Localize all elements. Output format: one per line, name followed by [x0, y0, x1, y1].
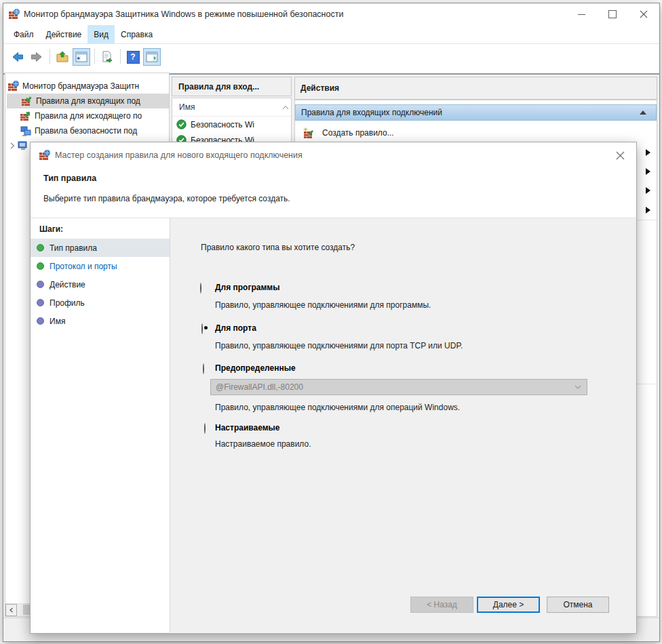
toolbar-separator	[50, 49, 50, 64]
step-rule-type: Тип правила	[31, 239, 170, 257]
radio-port[interactable]	[201, 323, 203, 334]
app-firewall-icon	[9, 9, 20, 20]
action-pane-toggle-button[interactable]	[143, 48, 161, 66]
wizard-content-pane: Правило какого типа вы хотите создать? Д…	[170, 218, 636, 632]
tree-item-inbound-rules[interactable]: Правила для входящих под	[7, 94, 169, 108]
new-rule-icon	[303, 127, 315, 139]
close-icon	[616, 151, 625, 160]
action-new-rule[interactable]: Создать правило...	[295, 123, 657, 142]
actions-title: Действия	[300, 83, 339, 93]
tree-item-label: Правила безопасности под	[35, 126, 137, 136]
export-folder-button[interactable]	[54, 48, 71, 66]
submenu-arrow-icon	[646, 168, 650, 175]
option-label[interactable]: Для порта	[215, 323, 256, 333]
help-icon: ?	[127, 51, 140, 64]
minimize-button[interactable]	[566, 3, 597, 25]
step-protocol-ports[interactable]: Протокол и порты	[31, 257, 170, 275]
export-list-button[interactable]	[98, 48, 116, 66]
window-controls	[566, 3, 659, 25]
action-label: Создать правило...	[322, 128, 394, 138]
tree-item-outbound-rules[interactable]: Правила для исходящего по	[5, 108, 169, 123]
menu-file[interactable]: Файл	[7, 25, 40, 43]
wizard-page-title: Тип правила	[43, 174, 636, 183]
window-title: Монитор брандмауэра Защитника Windows в …	[24, 9, 343, 19]
close-button[interactable]	[628, 3, 659, 25]
menu-view[interactable]: Вид	[87, 25, 115, 43]
wizard-page-subtitle: Выберите тип правила брандмауэра, которо…	[43, 194, 636, 203]
submenu-arrow-icon	[646, 207, 650, 214]
back-button[interactable]: < Назад	[410, 597, 473, 613]
close-icon	[640, 10, 648, 18]
cancel-button[interactable]: Отмена	[547, 597, 609, 613]
rules-list-title: Правила для вход...	[178, 82, 259, 92]
step-done-bullet-icon	[37, 244, 44, 251]
combobox-value: @FirewallAPI.dll,-80200	[216, 382, 575, 392]
column-header-name[interactable]: Имя	[172, 98, 291, 117]
next-button[interactable]: Далее >	[477, 597, 540, 613]
console-tree-toggle-button[interactable]	[73, 48, 90, 66]
maximize-icon	[608, 10, 617, 18]
new-inbound-rule-wizard: Мастер создания правила для нового входя…	[30, 142, 637, 634]
radio-program[interactable]	[200, 283, 201, 294]
step-pending-bullet-icon	[37, 317, 44, 325]
minimize-icon	[578, 14, 585, 15]
step-name: Имя	[31, 312, 170, 330]
step-done-bullet-icon	[37, 262, 44, 270]
toolbar: ?	[3, 43, 659, 74]
actions-section-header[interactable]: Правила для входящих подключений	[295, 104, 657, 121]
rule-row[interactable]: Безопасность Wi	[172, 117, 291, 132]
tree-item-label: Правила для исходящего по	[35, 111, 142, 121]
radio-custom[interactable]	[204, 423, 206, 434]
steps-label: Шаги:	[39, 224, 170, 234]
radio-predefined[interactable]	[203, 363, 204, 374]
collapse-icon[interactable]	[640, 110, 646, 115]
step-pending-bullet-icon	[37, 299, 44, 306]
tree-root-label: Монитор брандмауэра Защитн	[22, 81, 139, 91]
menu-help[interactable]: Справка	[115, 25, 159, 43]
submenu-arrow-icon	[646, 187, 650, 194]
actions-caption: Действия	[294, 77, 657, 100]
tree-root[interactable]: Монитор брандмауэра Защитн	[5, 79, 169, 94]
back-button[interactable]	[9, 48, 26, 66]
option-desc: Правило, управляющее подключениями для п…	[215, 300, 431, 310]
firewall-monitor-icon	[8, 81, 19, 92]
action-pane-toggle-icon	[146, 51, 158, 63]
tree-item-label: Правила для входящих под	[36, 96, 140, 106]
wizard-page-header: Тип правила Выберите тип правила брандма…	[31, 167, 636, 218]
predefined-rules-combobox[interactable]: @FirewallAPI.dll,-80200	[210, 379, 587, 395]
option-label[interactable]: Предопределенные	[215, 363, 296, 373]
export-list-icon	[101, 51, 113, 63]
option-label[interactable]: Настраиваемые	[215, 423, 279, 432]
help-button[interactable]: ?	[124, 48, 142, 66]
actions-divider	[634, 384, 657, 384]
tree-item-connection-security[interactable]: Правила безопасности под	[5, 123, 169, 138]
forward-button[interactable]	[28, 48, 45, 66]
maximize-button[interactable]	[597, 3, 628, 25]
rules-list-caption: Правила для вход...	[172, 77, 292, 96]
option-desc: Правило, управляющее подключениями для о…	[215, 403, 460, 412]
back-arrow-icon	[12, 51, 24, 63]
rule-name: Безопасность Wi	[191, 120, 254, 129]
wizard-close-button[interactable]	[613, 148, 627, 162]
option-label[interactable]: Для программы	[215, 283, 279, 292]
submenu-arrow-icon	[646, 149, 650, 156]
toolbar-separator	[120, 49, 121, 64]
wizard-steps-pane: Шаги: Тип правила Протокол и порты Дейст…	[31, 218, 170, 632]
toolbar-separator	[94, 49, 95, 64]
menu-action[interactable]: Действие	[40, 25, 88, 43]
scroll-left-button[interactable]	[5, 604, 17, 616]
step-pending-bullet-icon	[37, 281, 44, 288]
forward-arrow-icon	[31, 51, 43, 63]
actions-divider	[634, 220, 657, 220]
scroll-left-icon	[9, 607, 14, 613]
wizard-titlebar: Мастер создания правила для нового входя…	[31, 142, 636, 167]
chevron-down-icon	[575, 385, 581, 389]
expander-icon[interactable]	[8, 142, 16, 150]
monitoring-icon	[18, 140, 28, 151]
inbound-rules-icon	[22, 96, 33, 106]
option-desc: Настраиваемое правило.	[215, 439, 311, 449]
connection-security-icon	[20, 125, 31, 136]
wizard-question: Правило какого типа вы хотите создать?	[201, 243, 355, 252]
step-profile: Профиль	[31, 294, 170, 312]
outbound-rules-icon	[20, 110, 31, 121]
